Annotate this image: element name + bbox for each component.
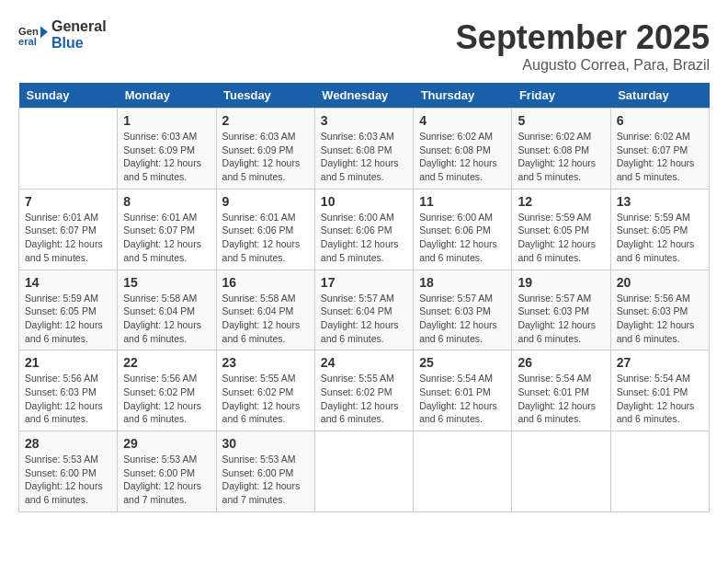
day-number: 9	[222, 194, 309, 209]
logo-line2: Blue	[51, 35, 107, 52]
day-info: Sunrise: 5:56 AM Sunset: 6:02 PM Dayligh…	[123, 372, 210, 426]
day-info: Sunrise: 5:54 AM Sunset: 6:01 PM Dayligh…	[617, 372, 703, 426]
calendar-day-cell: 24Sunrise: 5:55 AM Sunset: 6:02 PM Dayli…	[314, 350, 413, 431]
day-info: Sunrise: 5:58 AM Sunset: 6:04 PM Dayligh…	[123, 292, 210, 346]
calendar-day-cell: 22Sunrise: 5:56 AM Sunset: 6:02 PM Dayli…	[118, 350, 216, 431]
location-subtitle: Augusto Correa, Para, Brazil	[456, 57, 710, 74]
calendar-week-row: 14Sunrise: 5:59 AM Sunset: 6:05 PM Dayli…	[19, 270, 710, 350]
weekday-header-sunday: Sunday	[19, 83, 118, 109]
calendar-day-cell: 21Sunrise: 5:56 AM Sunset: 6:03 PM Dayli…	[19, 350, 118, 431]
day-info: Sunrise: 6:02 AM Sunset: 6:08 PM Dayligh…	[419, 130, 506, 184]
calendar-day-cell: 20Sunrise: 5:56 AM Sunset: 6:03 PM Dayli…	[610, 270, 709, 350]
day-number: 27	[617, 355, 703, 370]
logo: Gen eral General Blue	[18, 18, 107, 52]
calendar-day-cell: 6Sunrise: 6:02 AM Sunset: 6:07 PM Daylig…	[610, 109, 709, 190]
calendar-day-cell: 19Sunrise: 5:57 AM Sunset: 6:03 PM Dayli…	[512, 270, 610, 350]
day-info: Sunrise: 6:00 AM Sunset: 6:06 PM Dayligh…	[321, 211, 407, 265]
calendar-day-cell: 4Sunrise: 6:02 AM Sunset: 6:08 PM Daylig…	[414, 109, 512, 190]
day-info: Sunrise: 5:53 AM Sunset: 6:00 PM Dayligh…	[25, 453, 111, 507]
calendar-day-cell: 30Sunrise: 5:53 AM Sunset: 6:00 PM Dayli…	[216, 431, 314, 512]
calendar-day-cell: 12Sunrise: 5:59 AM Sunset: 6:05 PM Dayli…	[512, 189, 610, 270]
calendar-table: SundayMondayTuesdayWednesdayThursdayFrid…	[18, 83, 710, 512]
day-number: 11	[419, 194, 506, 209]
day-info: Sunrise: 6:02 AM Sunset: 6:08 PM Dayligh…	[518, 130, 604, 184]
day-info: Sunrise: 5:59 AM Sunset: 6:05 PM Dayligh…	[617, 211, 703, 265]
day-number: 4	[419, 113, 506, 128]
calendar-day-cell: 5Sunrise: 6:02 AM Sunset: 6:08 PM Daylig…	[512, 109, 610, 190]
day-info: Sunrise: 5:59 AM Sunset: 6:05 PM Dayligh…	[518, 211, 604, 265]
day-number: 20	[617, 275, 703, 290]
calendar-day-cell: 16Sunrise: 5:58 AM Sunset: 6:04 PM Dayli…	[216, 270, 314, 350]
calendar-day-cell: 10Sunrise: 6:00 AM Sunset: 6:06 PM Dayli…	[314, 189, 413, 270]
day-info: Sunrise: 5:56 AM Sunset: 6:03 PM Dayligh…	[25, 372, 111, 426]
day-number: 21	[25, 355, 111, 370]
svg-text:Gen: Gen	[18, 26, 39, 37]
svg-marker-2	[40, 26, 48, 38]
day-number: 15	[123, 275, 210, 290]
weekday-header-thursday: Thursday	[414, 83, 512, 109]
day-info: Sunrise: 6:03 AM Sunset: 6:09 PM Dayligh…	[222, 130, 309, 184]
calendar-day-cell: 8Sunrise: 6:01 AM Sunset: 6:07 PM Daylig…	[118, 189, 216, 270]
day-number: 18	[419, 275, 506, 290]
title-block: September 2025 Augusto Correa, Para, Bra…	[456, 18, 710, 74]
page-header: Gen eral General Blue September 2025 Aug…	[18, 18, 710, 74]
day-number: 8	[123, 194, 210, 209]
calendar-day-cell	[610, 431, 709, 512]
day-number: 24	[321, 355, 407, 370]
day-number: 26	[518, 355, 604, 370]
calendar-day-cell: 25Sunrise: 5:54 AM Sunset: 6:01 PM Dayli…	[414, 350, 512, 431]
day-info: Sunrise: 5:54 AM Sunset: 6:01 PM Dayligh…	[419, 372, 506, 426]
calendar-day-cell: 28Sunrise: 5:53 AM Sunset: 6:00 PM Dayli…	[19, 431, 118, 512]
weekday-header-tuesday: Tuesday	[216, 83, 314, 109]
day-number: 2	[222, 113, 309, 128]
day-info: Sunrise: 6:01 AM Sunset: 6:07 PM Dayligh…	[123, 211, 210, 265]
day-number: 1	[123, 113, 210, 128]
day-info: Sunrise: 5:54 AM Sunset: 6:01 PM Dayligh…	[518, 372, 604, 426]
calendar-week-row: 7Sunrise: 6:01 AM Sunset: 6:07 PM Daylig…	[19, 189, 710, 270]
day-number: 25	[419, 355, 506, 370]
day-number: 14	[25, 275, 111, 290]
day-info: Sunrise: 6:00 AM Sunset: 6:06 PM Dayligh…	[419, 211, 506, 265]
month-title: September 2025	[456, 18, 710, 57]
day-number: 22	[123, 355, 210, 370]
calendar-day-cell: 29Sunrise: 5:53 AM Sunset: 6:00 PM Dayli…	[118, 431, 216, 512]
day-number: 29	[123, 436, 210, 451]
calendar-day-cell: 13Sunrise: 5:59 AM Sunset: 6:05 PM Dayli…	[610, 189, 709, 270]
calendar-day-cell	[19, 109, 118, 190]
day-info: Sunrise: 5:57 AM Sunset: 6:03 PM Dayligh…	[419, 292, 506, 346]
calendar-day-cell: 7Sunrise: 6:01 AM Sunset: 6:07 PM Daylig…	[19, 189, 118, 270]
calendar-week-row: 28Sunrise: 5:53 AM Sunset: 6:00 PM Dayli…	[19, 431, 710, 512]
calendar-day-cell: 3Sunrise: 6:03 AM Sunset: 6:08 PM Daylig…	[314, 109, 413, 190]
day-number: 3	[321, 113, 407, 128]
day-info: Sunrise: 5:57 AM Sunset: 6:04 PM Dayligh…	[321, 292, 407, 346]
calendar-day-cell: 14Sunrise: 5:59 AM Sunset: 6:05 PM Dayli…	[19, 270, 118, 350]
day-number: 16	[222, 275, 309, 290]
day-number: 17	[321, 275, 407, 290]
day-number: 6	[617, 113, 703, 128]
weekday-header-friday: Friday	[512, 83, 610, 109]
calendar-day-cell: 15Sunrise: 5:58 AM Sunset: 6:04 PM Dayli…	[118, 270, 216, 350]
weekday-header-saturday: Saturday	[610, 83, 709, 109]
calendar-day-cell: 23Sunrise: 5:55 AM Sunset: 6:02 PM Dayli…	[216, 350, 314, 431]
day-info: Sunrise: 5:57 AM Sunset: 6:03 PM Dayligh…	[518, 292, 604, 346]
day-number: 7	[25, 194, 111, 209]
calendar-day-cell: 9Sunrise: 6:01 AM Sunset: 6:06 PM Daylig…	[216, 189, 314, 270]
logo-line1: General	[51, 18, 107, 35]
calendar-day-cell: 2Sunrise: 6:03 AM Sunset: 6:09 PM Daylig…	[216, 109, 314, 190]
calendar-day-cell: 26Sunrise: 5:54 AM Sunset: 6:01 PM Dayli…	[512, 350, 610, 431]
calendar-day-cell: 17Sunrise: 5:57 AM Sunset: 6:04 PM Dayli…	[314, 270, 413, 350]
day-info: Sunrise: 6:03 AM Sunset: 6:08 PM Dayligh…	[321, 130, 407, 184]
day-number: 10	[321, 194, 407, 209]
day-info: Sunrise: 6:03 AM Sunset: 6:09 PM Dayligh…	[123, 130, 210, 184]
day-info: Sunrise: 5:58 AM Sunset: 6:04 PM Dayligh…	[222, 292, 309, 346]
day-info: Sunrise: 5:55 AM Sunset: 6:02 PM Dayligh…	[222, 372, 309, 426]
calendar-week-row: 21Sunrise: 5:56 AM Sunset: 6:03 PM Dayli…	[19, 350, 710, 431]
day-number: 28	[25, 436, 111, 451]
svg-text:eral: eral	[18, 36, 37, 47]
logo-icon: Gen eral	[18, 20, 48, 50]
weekday-header-row: SundayMondayTuesdayWednesdayThursdayFrid…	[19, 83, 710, 109]
day-info: Sunrise: 6:01 AM Sunset: 6:06 PM Dayligh…	[222, 211, 309, 265]
day-info: Sunrise: 5:59 AM Sunset: 6:05 PM Dayligh…	[25, 292, 111, 346]
day-number: 30	[222, 436, 309, 451]
calendar-day-cell: 11Sunrise: 6:00 AM Sunset: 6:06 PM Dayli…	[414, 189, 512, 270]
